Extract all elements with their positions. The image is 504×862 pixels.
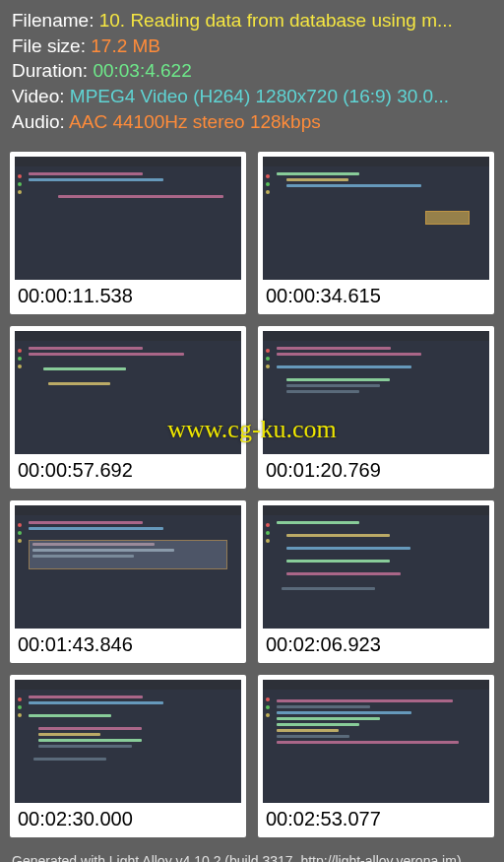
duration-row: Duration: 00:03:4.622 <box>12 58 492 84</box>
thumbnail-timecode: 00:02:30.000 <box>15 803 241 832</box>
thumbnail-timecode: 00:01:43.846 <box>15 629 241 658</box>
thumbnail-card[interactable]: 00:00:34.615 <box>258 152 494 314</box>
thumbnail-timecode: 00:02:53.077 <box>263 803 489 832</box>
thumbnail-image <box>263 331 489 454</box>
thumbnail-card[interactable]: 00:00:11.538 <box>10 152 246 314</box>
audio-label: Audio: <box>12 111 69 132</box>
filename-label: Filename: <box>12 10 99 31</box>
thumbnail-card[interactable]: 00:01:43.846 <box>10 500 246 663</box>
thumbnail-timecode: 00:02:06.923 <box>263 629 489 658</box>
thumbnail-image <box>263 157 489 280</box>
thumbnail-timecode: 00:00:57.692 <box>15 454 241 484</box>
filesize-row: File size: 17.2 MB <box>12 33 492 59</box>
filesize-label: File size: <box>12 35 91 56</box>
thumbnail-card[interactable]: 00:00:57.692 <box>10 326 246 489</box>
footer-text: Generated with Light Alloy v4.10.2 (buil… <box>0 847 504 862</box>
thumbnail-image <box>15 331 241 454</box>
thumbnail-timecode: 00:00:11.538 <box>15 280 241 309</box>
filesize-value: 17.2 MB <box>91 35 160 56</box>
thumbnail-timecode: 00:00:34.615 <box>263 280 489 309</box>
audio-row: Audio: AAC 44100Hz stereo 128kbps <box>12 109 492 135</box>
thumbnail-card[interactable]: 00:02:06.923 <box>258 500 494 663</box>
thumbnail-image <box>15 157 241 280</box>
duration-label: Duration: <box>12 60 93 81</box>
audio-value: AAC 44100Hz stereo 128kbps <box>69 111 321 132</box>
video-label: Video: <box>12 86 70 106</box>
video-value: MPEG4 Video (H264) 1280x720 (16:9) 30.0.… <box>70 86 449 106</box>
thumbnail-card[interactable]: 00:02:30.000 <box>10 675 246 837</box>
thumbnail-image <box>15 505 241 629</box>
media-info-panel: Filename: 10. Reading data from database… <box>0 0 504 144</box>
thumbnail-section: www.cg-ku.com 00:00:11.538 <box>0 144 504 847</box>
thumbnail-image <box>15 680 241 803</box>
thumbnail-image <box>263 680 489 803</box>
thumbnail-timecode: 00:01:20.769 <box>263 454 489 484</box>
thumbnail-image <box>263 505 489 629</box>
video-row: Video: MPEG4 Video (H264) 1280x720 (16:9… <box>12 84 492 109</box>
filename-value: 10. Reading data from database using m..… <box>99 10 453 31</box>
thumbnail-card[interactable]: 00:01:20.769 <box>258 326 494 489</box>
thumbnail-card[interactable]: 00:02:53.077 <box>258 675 494 837</box>
thumbnail-grid: 00:00:11.538 00:00:34.615 <box>10 152 494 837</box>
duration-value: 00:03:4.622 <box>93 60 191 81</box>
filename-row: Filename: 10. Reading data from database… <box>12 8 492 33</box>
